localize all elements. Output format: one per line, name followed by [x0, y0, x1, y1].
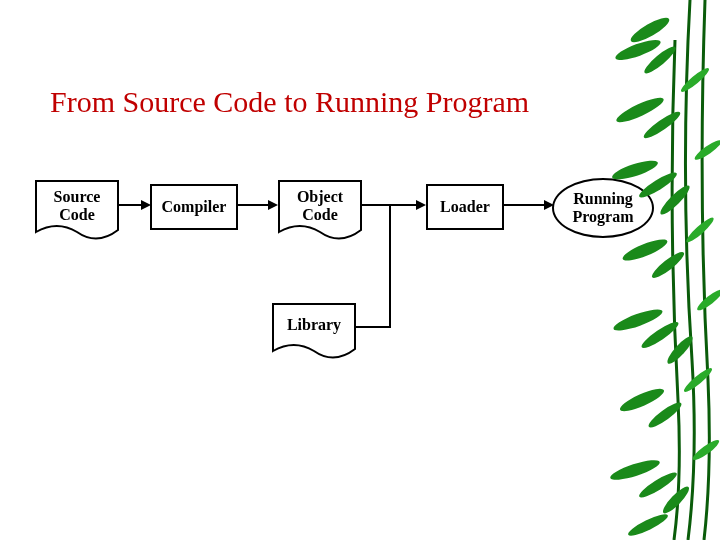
diagram-title: From Source Code to Running Program [50, 85, 529, 119]
svg-point-14 [646, 399, 684, 431]
arrow-library-vertical [389, 206, 391, 326]
svg-point-24 [691, 437, 720, 462]
node-library-label: Library [274, 316, 354, 334]
svg-point-18 [626, 511, 670, 539]
bamboo-decoration [580, 0, 720, 540]
svg-point-17 [660, 484, 692, 517]
node-running-program: Running Program [552, 178, 654, 238]
node-loader-label: Loader [440, 198, 490, 216]
svg-point-4 [641, 108, 683, 141]
svg-point-16 [637, 469, 680, 501]
svg-point-9 [649, 249, 687, 282]
svg-point-3 [614, 94, 666, 127]
node-loader: Loader [426, 184, 504, 230]
arrow-loader-to-running [502, 204, 546, 206]
node-object-code-label: Object Code [280, 188, 360, 225]
svg-point-15 [608, 456, 661, 483]
svg-point-13 [618, 385, 667, 415]
svg-point-19 [679, 65, 712, 94]
svg-point-0 [628, 14, 672, 46]
svg-point-7 [657, 182, 692, 217]
svg-point-11 [639, 319, 681, 352]
svg-point-23 [682, 365, 715, 394]
arrowhead-object-to-loader [416, 200, 426, 210]
svg-point-2 [641, 43, 678, 76]
arrowhead-compiler-to-object [268, 200, 278, 210]
svg-point-1 [613, 36, 662, 64]
svg-point-22 [695, 287, 720, 313]
svg-point-10 [612, 305, 665, 334]
node-running-program-label: Running Program [572, 190, 633, 227]
arrowhead-source-to-compiler [141, 200, 151, 210]
svg-point-8 [620, 235, 669, 264]
node-compiler-label: Compiler [162, 198, 227, 216]
node-compiler: Compiler [150, 184, 238, 230]
arrow-library-horizontal [356, 326, 391, 328]
arrow-source-to-compiler [119, 204, 143, 206]
svg-point-21 [684, 215, 716, 245]
svg-point-20 [693, 138, 720, 163]
svg-point-12 [664, 333, 696, 366]
arrow-compiler-to-object [236, 204, 270, 206]
arrowhead-loader-to-running [544, 200, 554, 210]
node-source-code-label: Source Code [37, 188, 117, 225]
